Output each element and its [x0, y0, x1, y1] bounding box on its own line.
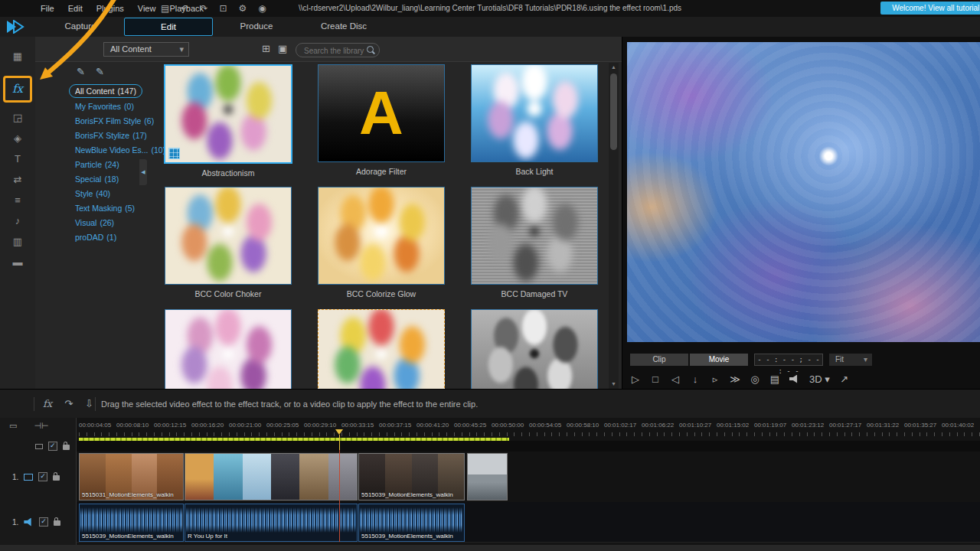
redo-icon[interactable]: ↷ — [200, 0, 207, 17]
volume-button[interactable] — [789, 375, 800, 383]
3d-mode-button[interactable]: 3D ▾ — [809, 373, 830, 385]
video-clip[interactable]: 5515039_MotionElements_walkin — [358, 453, 465, 500]
menu-file[interactable]: File — [34, 0, 61, 17]
effect-name: BCC Damaged TV — [458, 289, 609, 299]
next-frame-button[interactable]: ▹ — [710, 373, 720, 385]
snapshot-button[interactable]: ◎ — [750, 373, 760, 385]
transition-room-icon[interactable]: ⇄ — [0, 169, 35, 190]
hint-bar: fx↷⇩ Drag the selected video effect to t… — [0, 389, 980, 419]
media-room-icon[interactable]: ▦ — [0, 46, 35, 67]
video-clip[interactable] — [185, 453, 358, 500]
menu-plugins[interactable]: Plugins — [90, 0, 131, 17]
category-label: All Content — [75, 86, 114, 96]
video-track-checkbox[interactable] — [38, 472, 47, 481]
effect-thumbnail[interactable]: AAdorage Filter — [305, 63, 458, 185]
video-track-lock-icon[interactable] — [53, 475, 60, 481]
movie-mode-button[interactable]: Movie — [690, 354, 748, 366]
audio-clip[interactable]: 5515039_MotionElements_walkin — [79, 504, 184, 542]
audio-clip[interactable]: R You Up for It — [185, 504, 358, 542]
search-input[interactable] — [302, 44, 367, 57]
aspect-ratio-icon[interactable]: ⊡ — [219, 0, 227, 17]
play-button[interactable]: ▷ — [630, 373, 641, 385]
scroll-down-icon[interactable]: ▼ — [609, 380, 619, 389]
category-label: NewBlue Video Es... — [75, 145, 149, 155]
content-filter-dropdown[interactable]: All Content — [103, 42, 189, 57]
tab-edit[interactable]: Edit — [124, 18, 213, 36]
clip-thumbnail-frame — [468, 454, 507, 500]
effect-name: Back Light — [458, 167, 609, 177]
split-tool-icon[interactable]: ⊣⊢ — [34, 421, 48, 431]
audio-track-lock-icon[interactable] — [54, 520, 60, 526]
tab-capture[interactable]: Capture — [37, 17, 124, 37]
particle-room-icon[interactable]: ◈ — [0, 128, 35, 148]
menu-view[interactable]: View — [131, 0, 163, 17]
search-icon[interactable] — [367, 46, 374, 53]
fast-forward-button[interactable]: ≫ — [730, 373, 740, 385]
effect-track-lock-icon[interactable] — [63, 445, 70, 450]
video-clip[interactable] — [467, 453, 508, 500]
tab-create-disc[interactable]: Create Disc — [300, 17, 387, 37]
audio-track-checkbox[interactable] — [39, 517, 48, 527]
effect-preview-image — [318, 309, 445, 389]
remove-effect-icon[interactable]: ✎ — [96, 66, 104, 77]
timeline-ruler[interactable]: 00:00:04:0500:00:08:1000:00:12:1500:00:1… — [77, 419, 980, 436]
effect-preview-image — [165, 309, 292, 389]
effect-name: BCC Color Choker — [152, 289, 305, 299]
overlay-room-icon[interactable]: ◲ — [0, 107, 35, 128]
audio-track-number: 1. — [12, 518, 18, 527]
preview-quality-button[interactable]: ▤ — [769, 373, 780, 385]
preview-panel: Clip Movie - - : - - ; - - : - - Fit ▷□◁… — [622, 37, 980, 389]
scroll-up-icon[interactable]: ▲ — [609, 63, 619, 72]
effect-name: Adorage Filter — [305, 167, 458, 177]
stop-button[interactable]: □ — [650, 373, 661, 385]
clip-mode-button[interactable]: Clip — [630, 354, 688, 366]
record-button[interactable]: ↓ — [690, 373, 701, 385]
audio-clip[interactable]: 5515039_MotionElements_walkin — [358, 504, 465, 542]
undock-preview-button[interactable]: ↗ — [839, 373, 850, 385]
scrollbar-thumb[interactable] — [610, 73, 617, 150]
effect-thumbnail[interactable] — [152, 308, 305, 389]
effect-room-icon[interactable]: fx — [0, 79, 35, 99]
flower-graphic — [165, 309, 292, 389]
effect-track-checkbox[interactable] — [48, 442, 57, 451]
tab-produce[interactable]: Produce — [213, 17, 300, 37]
flower-graphic — [164, 64, 292, 164]
effect-thumbnail[interactable] — [458, 308, 609, 389]
menu-edit[interactable]: Edit — [61, 0, 90, 17]
zoom-fit-dropdown[interactable]: Fit — [829, 354, 872, 366]
settings-gear-icon[interactable]: ⚙ — [239, 0, 247, 17]
detail-view-icon[interactable]: ▣ — [278, 43, 287, 54]
effect-thumbnail[interactable]: Abstractionism — [152, 63, 305, 185]
download-effect-icon[interactable]: ⇩ — [85, 390, 93, 419]
undo-icon[interactable]: ↶ — [181, 0, 188, 17]
effect-track-lane[interactable] — [77, 441, 980, 452]
effect-thumbnail[interactable] — [305, 308, 458, 389]
library-scrollbar[interactable]: ▲ ▼ — [609, 63, 619, 389]
effect-thumbnail[interactable]: BCC Color Choker — [152, 185, 305, 308]
category-label: Text Masking — [75, 204, 122, 213]
effect-thumbnail[interactable]: BCC Colorize Glow — [305, 185, 458, 308]
category-all-content[interactable]: All Content(147) — [69, 84, 142, 98]
effect-thumbnail[interactable]: Back Light — [458, 63, 609, 185]
collapse-panel-button[interactable] — [139, 159, 147, 185]
apply-effect-icon[interactable]: ↷ — [64, 390, 73, 419]
previous-frame-button[interactable]: ◁ — [670, 373, 681, 385]
save-icon[interactable]: ▤ — [161, 0, 169, 17]
effect-thumbnail[interactable]: BCC Damaged TV — [458, 185, 609, 308]
voice-over-room-icon[interactable]: ♪ — [0, 210, 35, 231]
welcome-tutorial-button[interactable]: Welcome! View all tutorial vid — [880, 2, 980, 15]
title-room-icon[interactable]: T — [0, 148, 35, 169]
clip-label: 5515031_MotionElements_walkin — [82, 491, 174, 498]
playhead[interactable] — [339, 435, 340, 542]
category-tools: ✎✎ — [77, 66, 104, 77]
video-track-number: 1. — [12, 473, 18, 481]
playhead-marker-icon[interactable] — [335, 429, 343, 435]
subtitle-room-icon[interactable]: ▬ — [0, 252, 35, 272]
modify-effect-icon[interactable]: ✎ — [77, 66, 85, 77]
range-select-tool-icon[interactable]: ▭ — [9, 421, 17, 431]
audio-mixing-room-icon[interactable]: ≡ — [0, 190, 35, 210]
grid-view-icon[interactable]: ⊞ — [262, 43, 270, 54]
fx-room-indicator-icon[interactable]: fx — [43, 390, 52, 419]
video-clip[interactable]: 5515031_MotionElements_walkin — [79, 453, 184, 500]
chapter-room-icon[interactable]: ▥ — [0, 231, 35, 252]
